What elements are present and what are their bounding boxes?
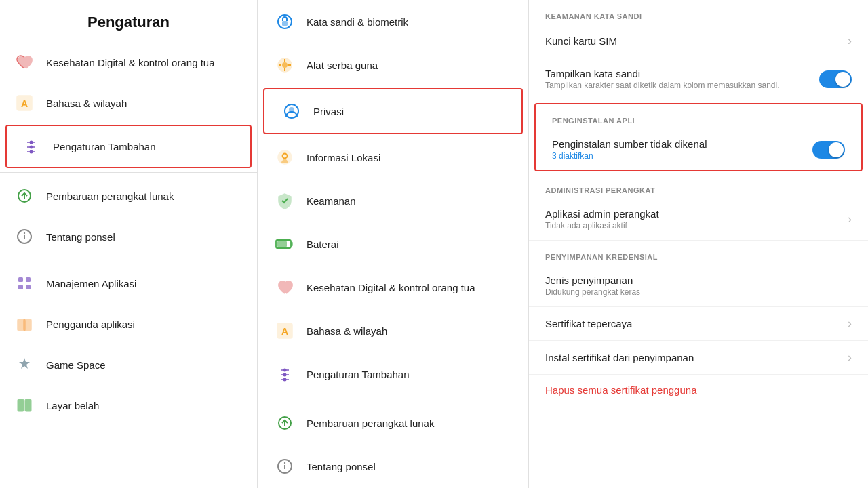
trusted-certs-title: Sertifikat tepercaya xyxy=(545,318,842,329)
game-icon xyxy=(14,354,35,375)
language2-icon: A xyxy=(274,320,296,342)
right-item-show-password[interactable]: Tampilkan kata sandi Tampilkan karakter … xyxy=(529,58,868,100)
right-item-trusted-certs[interactable]: Sertifikat tepercaya › xyxy=(529,307,868,341)
svg-rect-22 xyxy=(18,399,24,411)
svg-point-41 xyxy=(283,369,287,372)
sidebar-item-app-management[interactable]: Manajemen Aplikasi xyxy=(0,263,257,304)
section-credential-storage: PENYIMPANAN KREDENSIAL Jenis penyimpanan… xyxy=(529,241,868,405)
svg-point-15 xyxy=(24,232,25,234)
right-item-clear-certs[interactable]: Hapus semua sertifikat pengguna xyxy=(529,375,868,405)
sidebar-label-digital-health: Kesehatan Digital & kontrol orang tua xyxy=(46,57,215,68)
mid-item-software-update2[interactable]: Pembaruan perangkat lunak xyxy=(258,401,528,445)
sidebar-label-extra-settings: Pengaturan Tambahan xyxy=(53,141,156,152)
tools-icon xyxy=(274,54,296,76)
sidebar-item-extra-settings[interactable]: Pengaturan Tambahan xyxy=(5,125,252,168)
right-panel: KEAMANAN KATA SANDI Kunci kartu SIM › Ta… xyxy=(529,0,868,488)
right-item-storage-type[interactable]: Jenis penyimpanan Didukung perangkat ker… xyxy=(529,265,868,307)
chevron-icon: › xyxy=(848,34,852,48)
mid-label-utility-tools: Alat serba guna xyxy=(307,60,378,71)
chevron-icon-trusted-certs: › xyxy=(848,317,852,331)
show-password-sub: Tampilkan karakter saat diketik dalam ko… xyxy=(545,81,819,90)
sidebar-label-game-space: Game Space xyxy=(46,359,106,371)
install-certs-title: Instal sertifikat dari penyimpanan xyxy=(545,352,842,363)
svg-point-2 xyxy=(30,141,33,144)
device-admin-apps-title: Aplikasi admin perangkat xyxy=(545,208,842,220)
left-panel: Pengaturan Kesehatan Digital & kontrol o… xyxy=(0,0,258,488)
chevron-icon-install-certs: › xyxy=(848,350,852,365)
mid-item-location[interactable]: Informasi Lokasi xyxy=(258,136,528,179)
mid-item-utility-tools[interactable]: Alat serba guna xyxy=(258,43,528,87)
lock-icon xyxy=(274,11,296,33)
svg-text:A: A xyxy=(281,326,288,337)
sidebar-item-language[interactable]: A Bahasa & wilayah xyxy=(0,83,257,123)
update-icon xyxy=(14,185,35,207)
chevron-icon-device-admin: › xyxy=(848,212,852,226)
svg-point-3 xyxy=(30,146,33,149)
heart2-icon xyxy=(274,277,296,298)
sidebar-item-software-update[interactable]: Pembaruan perangkat lunak xyxy=(0,176,257,216)
sidebar-item-split-screen[interactable]: Layar belah xyxy=(0,385,257,426)
svg-point-42 xyxy=(283,373,287,377)
mid-item-privacy[interactable]: Privasi xyxy=(263,88,523,134)
show-password-title: Tampilkan kata sandi xyxy=(545,68,819,79)
mid-label-about-phone2: Tentang ponsel xyxy=(307,461,376,472)
right-item-install-certs[interactable]: Instal sertifikat dari penyimpanan › xyxy=(529,341,868,375)
mid-label-password: Kata sandi & biometrik xyxy=(307,16,408,28)
svg-rect-25 xyxy=(282,21,288,26)
left-divider-2 xyxy=(0,260,257,260)
location-icon xyxy=(274,146,296,168)
info-icon xyxy=(14,226,35,247)
mid-item-extra-settings2[interactable]: Pengaturan Tambahan xyxy=(258,352,528,396)
mid-label-privacy: Privasi xyxy=(313,106,344,117)
right-item-unknown-sources[interactable]: Penginstalan sumber tidak dikenal 3 diak… xyxy=(536,129,861,170)
mid-label-location: Informasi Lokasi xyxy=(307,152,380,163)
sidebar-item-digital-health[interactable]: Kesehatan Digital & kontrol orang tua xyxy=(0,42,257,83)
battery-icon xyxy=(274,233,296,255)
unknown-sources-title: Penginstalan sumber tidak dikenal xyxy=(552,138,812,150)
section-password-security: KEAMANAN KATA SANDI Kunci kartu SIM › Ta… xyxy=(529,0,868,100)
mid-label-language2: Bahasa & wilayah xyxy=(307,325,387,337)
section-header-app-install: PENGINSTALAN APLI xyxy=(536,104,861,129)
section-header-device-admin: ADMINISTRASI PERANGKAT xyxy=(529,174,868,199)
sidebar-item-game-space[interactable]: Game Space xyxy=(0,344,257,385)
section-device-admin: ADMINISTRASI PERANGKAT Aplikasi admin pe… xyxy=(529,174,868,241)
storage-type-sub: Didukung perangkat keras xyxy=(545,287,852,297)
mid-item-password[interactable]: Kata sandi & biometrik xyxy=(258,0,528,43)
sidebar-label-software-update: Pembaruan perangkat lunak xyxy=(46,190,174,202)
section-app-install: PENGINSTALAN APLI Penginstalan sumber ti… xyxy=(534,103,863,171)
right-item-device-admin-apps[interactable]: Aplikasi admin perangkat Tidak ada aplik… xyxy=(529,199,868,241)
svg-rect-38 xyxy=(291,242,293,246)
mid-item-digital-health2[interactable]: Kesehatan Digital & kontrol orang tua xyxy=(258,266,528,309)
right-item-sim-lock[interactable]: Kunci kartu SIM › xyxy=(529,24,868,58)
sidebar-item-app-cloner[interactable]: Pengganda aplikasi xyxy=(0,304,257,344)
security-icon xyxy=(274,190,296,211)
svg-point-43 xyxy=(283,378,287,382)
apps-icon xyxy=(14,272,35,294)
unknown-sources-sub: 3 diaktifkan xyxy=(552,151,812,161)
mid-item-battery[interactable]: Baterai xyxy=(258,222,528,266)
split-icon xyxy=(14,394,35,416)
language-icon: A xyxy=(14,92,35,114)
mid-item-about-phone2[interactable]: Tentang ponsel xyxy=(258,445,528,488)
page-title: Pengaturan xyxy=(0,0,257,42)
svg-text:A: A xyxy=(21,98,28,109)
mid-label-battery: Baterai xyxy=(307,239,339,250)
section-header-password-security: KEAMANAN KATA SANDI xyxy=(529,0,868,24)
sidebar-label-about-phone: Tentang ponsel xyxy=(46,231,115,243)
svg-point-4 xyxy=(30,150,33,154)
left-divider-1 xyxy=(0,172,257,173)
sim-lock-title: Kunci kartu SIM xyxy=(545,35,842,47)
unknown-sources-toggle[interactable] xyxy=(812,141,845,159)
mid-item-security[interactable]: Keamanan xyxy=(258,179,528,222)
show-password-toggle[interactable] xyxy=(819,70,852,88)
svg-rect-21 xyxy=(24,319,31,331)
clone-icon xyxy=(14,313,35,335)
mid-item-language2[interactable]: A Bahasa & wilayah xyxy=(258,309,528,352)
sidebar-label-app-management: Manajemen Aplikasi xyxy=(46,278,136,289)
sidebar-item-about-phone[interactable]: Tentang ponsel xyxy=(0,216,257,257)
mid-label-security: Keamanan xyxy=(307,195,356,207)
device-admin-apps-sub: Tidak ada aplikasi aktif xyxy=(545,221,842,230)
svg-rect-18 xyxy=(18,285,23,289)
sidebar-label-split-screen: Layar belah xyxy=(46,400,99,411)
update2-icon xyxy=(274,412,296,434)
